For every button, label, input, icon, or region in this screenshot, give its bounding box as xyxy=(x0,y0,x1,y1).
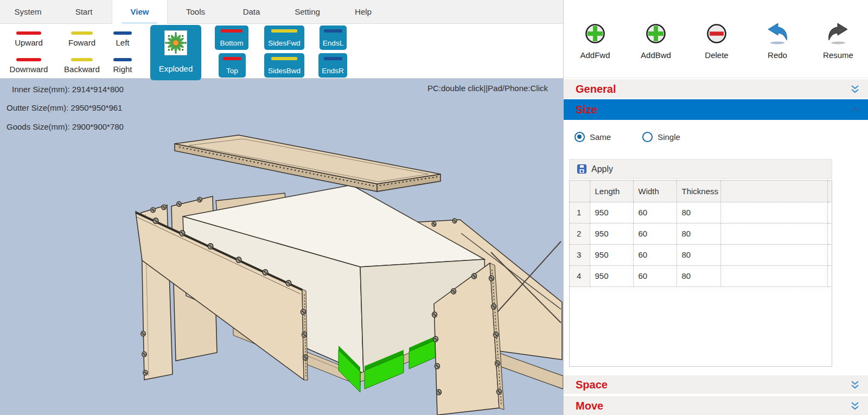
size-value-cell[interactable]: 950 xyxy=(590,244,633,265)
radio-single[interactable]: Single xyxy=(642,132,680,142)
menu-tab-start[interactable]: Start xyxy=(56,0,112,24)
move-title: Move xyxy=(576,399,603,412)
size-value-cell[interactable]: 80 xyxy=(676,223,720,244)
size-value-cell xyxy=(827,223,832,244)
size-value-cell[interactable]: 80 xyxy=(676,202,720,223)
col-width[interactable]: Width xyxy=(633,181,676,202)
bottom-color-bar xyxy=(221,29,242,33)
active-tab-underline xyxy=(122,22,157,24)
bottom-button-label: Bottom xyxy=(215,39,248,47)
size-value-cell[interactable]: 950 xyxy=(590,223,633,244)
sidesbwd-view-button[interactable]: SidesBwd xyxy=(264,53,304,78)
menu-tab-view[interactable]: View xyxy=(112,0,168,24)
radio-same-circle[interactable] xyxy=(575,132,585,142)
menu-tab-help[interactable]: Help xyxy=(335,0,391,24)
addbwd-label: AddBwd xyxy=(626,50,686,60)
redo-button[interactable]: Redo xyxy=(747,21,808,78)
endsl-view-button[interactable]: EndsL xyxy=(320,25,347,50)
addfwd-button[interactable]: AddFwd xyxy=(565,21,626,78)
right-button[interactable]: Right xyxy=(93,65,152,74)
size-value-cell[interactable]: 60 xyxy=(633,244,676,265)
general-title: General xyxy=(576,82,616,95)
minus-circle-icon xyxy=(704,21,730,47)
size-value-cell xyxy=(827,202,832,223)
size-value-cell xyxy=(827,244,832,265)
space-title: Space xyxy=(576,379,608,391)
sidesbwd-color-bar xyxy=(271,57,297,60)
radio-same[interactable]: Same xyxy=(575,132,611,142)
addbwd-button[interactable]: AddBwd xyxy=(626,21,686,78)
endsr-button-label: EndsR xyxy=(318,67,347,75)
exploded-button-label: Exploded xyxy=(150,64,201,73)
sidesfwd-color-bar xyxy=(271,29,297,33)
radio-single-circle[interactable] xyxy=(642,132,653,142)
size-mode-radios: Same Single xyxy=(575,132,680,142)
top-view-button[interactable]: Top xyxy=(219,53,246,78)
bottom-view-button[interactable]: Bottom xyxy=(215,25,248,50)
col-length[interactable]: Length xyxy=(590,181,633,202)
chevron-double-down-icon[interactable] xyxy=(850,380,860,389)
apply-button[interactable]: Apply xyxy=(569,159,832,179)
delete-button[interactable]: Delete xyxy=(686,21,747,78)
size-value-cell[interactable]: 60 xyxy=(633,223,676,244)
endsl-color-bar xyxy=(324,29,342,33)
size-table-row[interactable]: 29506080 xyxy=(570,223,832,244)
endsl-button-label: EndsL xyxy=(320,39,347,47)
size-value-cell xyxy=(720,202,827,223)
sidesbwd-button-label: SidesBwd xyxy=(264,67,304,75)
right-color-bar xyxy=(113,58,132,61)
plus-circle-icon xyxy=(643,21,669,47)
redo-label: Redo xyxy=(747,50,808,60)
undo-arrow-icon xyxy=(764,21,790,47)
sidesfwd-view-button[interactable]: SidesFwd xyxy=(264,25,304,50)
menu-tab-setting[interactable]: Setting xyxy=(279,0,335,24)
row-number-cell: 4 xyxy=(570,265,590,286)
size-value-cell[interactable]: 950 xyxy=(590,265,633,286)
radio-same-label: Same xyxy=(590,132,611,142)
section-header-general[interactable]: General xyxy=(564,79,868,98)
menu-tab-data[interactable]: Data xyxy=(224,0,279,24)
delete-label: Delete xyxy=(686,50,747,60)
redo-arrow-icon xyxy=(825,21,851,47)
chevron-up-icon[interactable] xyxy=(850,105,860,114)
exploded-view-button[interactable]: Exploded xyxy=(150,25,201,80)
menu-tab-tools[interactable]: Tools xyxy=(168,0,224,24)
size-table-row[interactable]: 49506080 xyxy=(570,265,832,286)
size-table-row[interactable]: 39506080 xyxy=(570,244,832,265)
lid-panel[interactable] xyxy=(175,135,441,191)
col-thickness[interactable]: Thickness xyxy=(676,181,720,202)
top-button-label: Top xyxy=(219,67,246,75)
save-floppy-icon xyxy=(577,164,586,174)
goods-size-label: Goods Size(mm): 2900*900*780 xyxy=(7,122,124,131)
plus-circle-icon xyxy=(582,21,608,47)
size-section-content: Same Single Apply xyxy=(564,120,868,368)
main-workspace: System Start View Tools Data Setting Hel… xyxy=(0,0,563,415)
endsr-view-button[interactable]: EndsR xyxy=(318,53,347,78)
downward-button[interactable]: Downward xyxy=(0,65,59,74)
inner-size-label: Inner Size(mm): 2914*914*800 xyxy=(12,85,124,94)
size-value-cell[interactable]: 80 xyxy=(676,244,720,265)
downward-color-bar xyxy=(16,58,41,61)
upward-button[interactable]: Upward xyxy=(0,38,59,47)
backward-color-bar xyxy=(71,58,93,61)
size-table-row[interactable]: 19506080 xyxy=(570,202,832,223)
col-rownum xyxy=(570,181,590,202)
section-header-size[interactable]: Size xyxy=(564,99,868,120)
exploded-flower-icon xyxy=(164,30,187,55)
resume-button[interactable]: Resume xyxy=(808,21,868,78)
menu-tab-system[interactable]: System xyxy=(0,0,56,24)
model-canvas[interactable]: Inner Size(mm): 2914*914*800 Outter Size… xyxy=(0,79,563,415)
size-value-cell xyxy=(720,244,827,265)
size-value-cell[interactable]: 60 xyxy=(633,202,676,223)
size-table[interactable]: Length Width Thickness 19506080295060803… xyxy=(569,180,832,367)
properties-panel: AddFwd AddBwd Delete xyxy=(563,0,868,415)
size-value-cell[interactable]: 950 xyxy=(590,202,633,223)
left-color-bar xyxy=(113,31,132,35)
size-value-cell[interactable]: 80 xyxy=(676,265,720,286)
left-button[interactable]: Left xyxy=(93,38,152,47)
chevron-double-down-icon[interactable] xyxy=(850,85,860,93)
size-value-cell[interactable]: 60 xyxy=(633,265,676,286)
section-header-space[interactable]: Space xyxy=(564,375,868,394)
chevron-double-down-icon[interactable] xyxy=(850,401,860,410)
section-header-move[interactable]: Move xyxy=(564,396,868,415)
